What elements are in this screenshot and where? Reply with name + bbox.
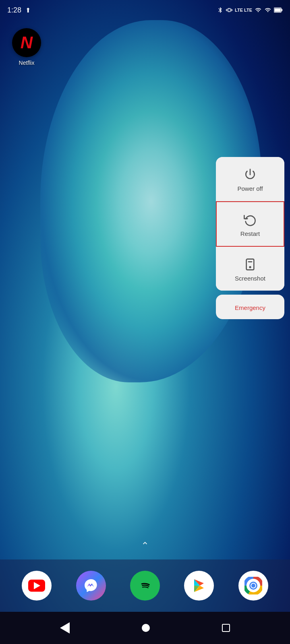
- messenger-app[interactable]: [76, 571, 106, 601]
- restart-icon: [244, 213, 257, 226]
- nav-bar: [0, 612, 290, 644]
- netflix-logo: N: [21, 33, 33, 52]
- svg-point-6: [250, 266, 251, 268]
- svg-rect-2: [274, 8, 281, 12]
- netflix-icon[interactable]: N: [12, 28, 41, 57]
- chrome-icon: [244, 577, 262, 594]
- screenshot-label: Screenshot: [235, 275, 265, 282]
- restart-button[interactable]: Restart: [216, 201, 284, 247]
- lte-label: LTE LTE: [235, 8, 252, 12]
- signal-icon-2: [264, 7, 271, 13]
- battery-icon: [274, 7, 283, 13]
- status-right: LTE LTE: [217, 7, 283, 13]
- spotify-icon: [137, 578, 153, 594]
- back-icon: [60, 622, 70, 634]
- home-icon: [142, 624, 150, 632]
- screenshot-icon: [244, 258, 257, 271]
- home-button[interactable]: [142, 624, 150, 632]
- power-off-button[interactable]: Power off: [216, 157, 284, 201]
- emergency-label: Emergency: [235, 304, 265, 311]
- power-menu: Power off Restart Screenshot Emergency: [216, 157, 284, 319]
- svg-point-7: [138, 578, 152, 593]
- power-off-icon: [244, 168, 257, 181]
- power-off-label: Power off: [237, 185, 263, 192]
- power-menu-main: Power off Restart Screenshot: [216, 157, 284, 291]
- svg-point-15: [251, 584, 255, 588]
- bluetooth-icon: [217, 7, 224, 13]
- chrome-app[interactable]: [238, 571, 268, 601]
- recents-icon: [222, 624, 230, 632]
- playstore-app[interactable]: [184, 571, 214, 601]
- youtube-play-triangle: [34, 582, 40, 589]
- status-left: 1:28 ⬆: [7, 6, 31, 14]
- signal-icon: [255, 7, 262, 13]
- screenshot-button[interactable]: Screenshot: [216, 247, 284, 291]
- status-bar: 1:28 ⬆ LTE LTE: [0, 0, 290, 20]
- messenger-icon: [83, 578, 99, 594]
- dock: [0, 559, 290, 612]
- emergency-button[interactable]: Emergency: [216, 295, 284, 319]
- vibrate-icon: [226, 7, 232, 13]
- playstore-icon: [191, 578, 207, 594]
- restart-label: Restart: [240, 230, 260, 237]
- svg-rect-1: [281, 9, 282, 11]
- netflix-label: Netflix: [19, 60, 35, 66]
- spotify-app[interactable]: [130, 571, 160, 601]
- drawer-arrow[interactable]: ⌃: [141, 540, 149, 551]
- upload-icon: ⬆: [25, 6, 31, 14]
- youtube-icon: [28, 580, 45, 592]
- time-display: 1:28: [7, 6, 21, 14]
- recents-button[interactable]: [222, 624, 230, 632]
- back-button[interactable]: [60, 622, 70, 634]
- youtube-app[interactable]: [22, 571, 52, 601]
- netflix-app[interactable]: N Netflix: [12, 28, 41, 66]
